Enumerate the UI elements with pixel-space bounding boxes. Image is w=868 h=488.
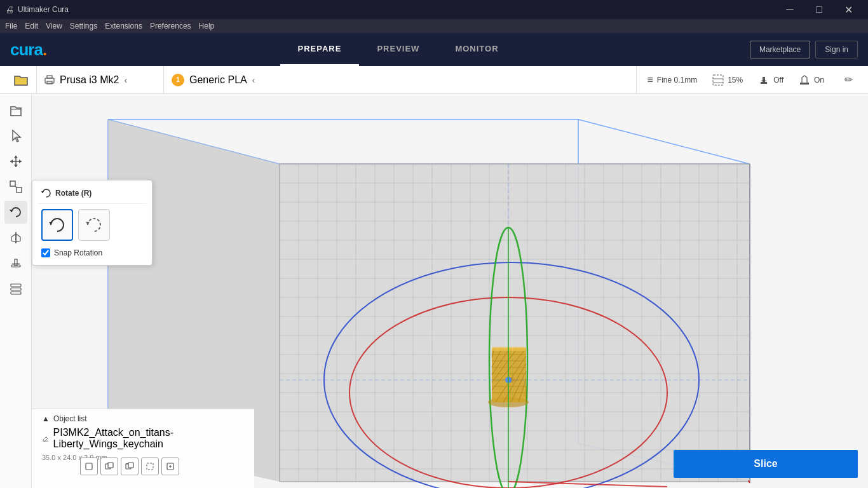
infill-icon xyxy=(712,74,724,86)
snap-rotation-option[interactable]: Snap Rotation xyxy=(37,246,147,260)
menu-item-view[interactable]: View xyxy=(46,22,62,30)
svg-marker-24 xyxy=(16,234,20,242)
svg-marker-32 xyxy=(49,222,53,225)
object-name: PI3MK2_Attack_on_titans-Liberty_Wings_ke… xyxy=(53,427,244,450)
svg-rect-121 xyxy=(86,463,92,470)
svg-rect-29 xyxy=(11,288,21,290)
main-area: Rotate (R) Snap Rotatio xyxy=(0,94,868,488)
toolbar: Prusa i3 Mk2 ‹ 1 Generic PLA ‹ ≡ Fine 0.… xyxy=(0,66,868,94)
menu-item-settings[interactable]: Settings xyxy=(70,22,97,30)
rotate-snap-option[interactable] xyxy=(78,209,110,241)
sidebar-btn-layer[interactable] xyxy=(4,277,27,300)
tab-prepare[interactable]: PREPARE xyxy=(280,33,360,66)
svg-rect-123 xyxy=(108,463,113,468)
minimize-button[interactable]: ─ xyxy=(775,0,804,19)
object-list-header[interactable]: ▲ Object list xyxy=(42,414,244,423)
sidebar-btn-select[interactable] xyxy=(4,125,27,147)
object-icon-3[interactable] xyxy=(121,458,139,475)
titlebar-left: 🖨 Ultimaker Cura xyxy=(5,4,69,15)
svg-marker-33 xyxy=(86,222,90,225)
signin-button[interactable]: Sign in xyxy=(815,41,858,58)
tab-preview[interactable]: PREVIEW xyxy=(359,33,437,66)
quality-label: Fine 0.1mm xyxy=(657,76,697,85)
menu-item-help[interactable]: Help xyxy=(199,22,215,30)
titlebar: 🖨 Ultimaker Cura ─ □ ✕ xyxy=(0,0,868,19)
quality-setting[interactable]: ≡ Fine 0.1mm xyxy=(647,74,697,86)
printer-chevron[interactable]: ‹ xyxy=(124,75,127,85)
printer-section[interactable]: Prusa i3 Mk2 ‹ xyxy=(37,66,164,94)
object-icon-5[interactable] xyxy=(161,458,179,475)
svg-marker-16 xyxy=(10,159,13,163)
settings-pencil-icon[interactable]: ✏ xyxy=(844,74,853,86)
adhesion-label: On xyxy=(814,76,824,85)
rotate-freehand-option[interactable] xyxy=(41,209,73,241)
svg-rect-0 xyxy=(45,78,54,83)
copy-icons xyxy=(80,458,282,475)
svg-line-118 xyxy=(508,482,667,487)
material-badge: 1 xyxy=(172,74,184,86)
support-setting[interactable]: Off xyxy=(758,74,783,86)
svg-marker-21 xyxy=(10,210,13,212)
rotate-popup-icon xyxy=(41,188,51,198)
sidebar-btn-rotate[interactable] xyxy=(4,201,27,224)
sidebar: Rotate (R) Snap Rotatio xyxy=(0,94,32,488)
nav-right: Marketplace Sign in xyxy=(750,41,858,58)
sidebar-btn-mirror[interactable] xyxy=(4,226,27,249)
sidebar-btn-move[interactable] xyxy=(4,150,27,173)
rotate-popup-content xyxy=(37,204,147,246)
material-section[interactable]: 1 Generic PLA ‹ xyxy=(164,66,637,94)
svg-rect-19 xyxy=(17,187,22,193)
svg-rect-1 xyxy=(47,76,52,78)
printer-name: Prusa i3 Mk2 xyxy=(60,74,119,86)
snap-rotation-label: Snap Rotation xyxy=(54,248,102,257)
snap-rotation-checkbox[interactable] xyxy=(41,248,50,257)
object-list-chevron: ▲ xyxy=(42,414,50,423)
edit-icon xyxy=(42,434,50,443)
app-title: Ultimaker Cura xyxy=(18,5,69,14)
nav-tabs: PREPARE PREVIEW MONITOR xyxy=(280,33,517,66)
close-button[interactable]: ✕ xyxy=(834,0,863,19)
sidebar-btn-support[interactable] xyxy=(4,252,27,274)
adhesion-icon xyxy=(799,74,810,86)
menu-item-extensions[interactable]: Extensions xyxy=(105,22,142,30)
svg-rect-126 xyxy=(128,463,133,468)
titlebar-controls: ─ □ ✕ xyxy=(775,0,863,19)
marketplace-button[interactable]: Marketplace xyxy=(750,41,810,58)
settings-section: ≡ Fine 0.1mm 15% Off On xyxy=(637,66,863,94)
viewport[interactable]: ▲ Object list PI3MK2_Attack_on_titans-Li… xyxy=(32,94,868,488)
slice-button[interactable]: Slice xyxy=(674,450,858,478)
object-icon-4[interactable] xyxy=(141,458,159,475)
svg-marker-17 xyxy=(19,159,22,163)
rotate-popup: Rotate (R) Snap Rotatio xyxy=(32,180,153,266)
sidebar-btn-scale[interactable] xyxy=(4,175,27,198)
infill-setting[interactable]: 15% xyxy=(712,74,743,86)
svg-rect-28 xyxy=(11,284,21,287)
svg-marker-15 xyxy=(14,165,18,167)
tab-monitor[interactable]: MONITOR xyxy=(437,33,516,66)
sidebar-btn-open[interactable] xyxy=(4,99,27,122)
svg-rect-3 xyxy=(713,75,723,85)
folder-icon[interactable] xyxy=(5,66,37,94)
navbar: cura. PREPARE PREVIEW MONITOR Marketplac… xyxy=(0,33,868,66)
printer-icon xyxy=(44,75,55,85)
material-chevron[interactable]: ‹ xyxy=(252,75,255,85)
menu-item-file[interactable]: File xyxy=(5,22,17,30)
svg-marker-31 xyxy=(41,191,44,193)
rotate-popup-title: Rotate (R) xyxy=(37,186,147,204)
infill-value: 15% xyxy=(728,76,743,85)
menu-item-preferences[interactable]: Preferences xyxy=(150,22,191,30)
object-info: PI3MK2_Attack_on_titans-Liberty_Wings_ke… xyxy=(42,423,244,452)
svg-rect-30 xyxy=(11,292,21,294)
logo: cura. xyxy=(10,40,46,60)
svg-rect-9 xyxy=(800,83,809,85)
menu-item-edit[interactable]: Edit xyxy=(25,22,38,30)
support-label: Off xyxy=(773,76,783,85)
svg-line-119 xyxy=(46,437,48,438)
menubar: FileEditViewSettingsExtensionsPreference… xyxy=(0,19,868,33)
svg-marker-23 xyxy=(11,234,16,242)
restore-button[interactable]: □ xyxy=(804,0,834,19)
object-icon-1[interactable] xyxy=(80,458,98,475)
adhesion-setting[interactable]: On xyxy=(799,74,824,86)
object-icon-2[interactable] xyxy=(100,458,118,475)
object-list-label: Object list xyxy=(53,414,87,423)
